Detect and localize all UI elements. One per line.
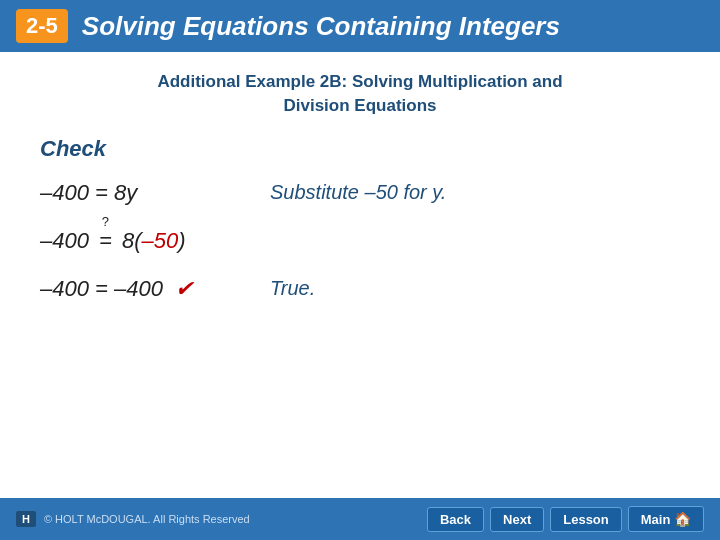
equation-left-1: –400 = 8y xyxy=(40,180,270,206)
checkmark-icon: ✔ xyxy=(175,276,193,301)
footer: H © HOLT McDOUGAL. All Rights Reserved B… xyxy=(0,498,720,540)
main-label: Main xyxy=(641,512,671,527)
header-title: Solving Equations Containing Integers xyxy=(82,11,560,42)
main-content: Additional Example 2B: Solving Multiplic… xyxy=(0,52,720,334)
header-bar: 2-5 Solving Equations Containing Integer… xyxy=(0,0,720,52)
next-button[interactable]: Next xyxy=(490,507,544,532)
equation-left-2: –400 ? = 8(–50) xyxy=(40,228,270,254)
equation-row-2: –400 ? = 8(–50) xyxy=(40,228,680,254)
main-button[interactable]: Main 🏠 xyxy=(628,506,704,532)
home-icon: 🏠 xyxy=(674,511,691,527)
holt-logo: H xyxy=(16,511,36,527)
footer-nav[interactable]: Back Next Lesson Main 🏠 xyxy=(427,506,704,532)
check-label: Check xyxy=(40,136,680,162)
equation-comment-1: Substitute –50 for y. xyxy=(270,181,446,204)
footer-copyright: H © HOLT McDOUGAL. All Rights Reserved xyxy=(16,511,250,527)
copyright-text: © HOLT McDOUGAL. All Rights Reserved xyxy=(44,513,250,525)
equation-comment-3: True. xyxy=(270,277,315,300)
lesson-badge: 2-5 xyxy=(16,9,68,43)
back-button[interactable]: Back xyxy=(427,507,484,532)
equation-row-3: –400 = –400 ✔ True. xyxy=(40,276,680,302)
equation-left-3: –400 = –400 ✔ xyxy=(40,276,270,302)
lesson-button[interactable]: Lesson xyxy=(550,507,622,532)
example-title: Additional Example 2B: Solving Multiplic… xyxy=(40,70,680,118)
equation-row-1: –400 = 8y Substitute –50 for y. xyxy=(40,180,680,206)
